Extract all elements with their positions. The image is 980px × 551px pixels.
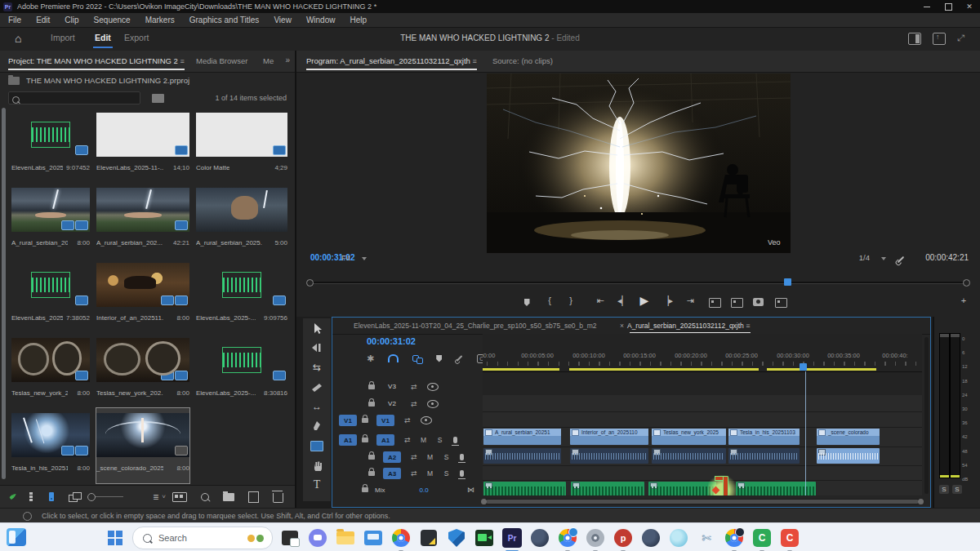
timeline-clip-area[interactable]: :00:00 00:00:05:00 00:00:10:00 00:00:15:… xyxy=(483,334,922,495)
tab-import[interactable]: Import xyxy=(51,33,75,42)
add-marker-icon[interactable] xyxy=(436,355,442,362)
timeline-horizontal-scrollbar[interactable] xyxy=(483,499,922,504)
timeline-settings-wrench-icon[interactable] xyxy=(457,355,463,362)
sync-lock-icon[interactable]: ⇄ xyxy=(411,383,417,391)
mark-in-icon[interactable]: { xyxy=(541,295,558,305)
timeline-clip-video[interactable]: _scene_colorado xyxy=(817,429,880,445)
track-v3[interactable] xyxy=(483,395,922,412)
delete-icon[interactable] xyxy=(273,493,283,503)
tab-project[interactable]: Project: THE MAN WHO HACKED LIGHTNING 2 … xyxy=(8,56,185,65)
program-video-frame[interactable]: Veo xyxy=(487,73,791,253)
timeline-clip-music[interactable] xyxy=(571,482,644,495)
sync-lock-icon[interactable]: ⇄ xyxy=(411,453,417,461)
bin-item[interactable]: Teslas_new_york_202...8:00 xyxy=(11,333,90,408)
panel-menu-icon[interactable]: ≡ xyxy=(746,322,750,330)
mute-button[interactable]: M xyxy=(427,453,434,461)
lock-icon[interactable] xyxy=(368,471,375,476)
lock-icon[interactable] xyxy=(362,418,368,423)
menu-graphics-titles[interactable]: Graphics and Titles xyxy=(189,16,260,24)
windows-security-icon[interactable] xyxy=(446,527,467,549)
bin-breadcrumb[interactable]: THE MAN WHO HACKED LIGHTNING 2.prproj xyxy=(0,72,295,89)
menu-help[interactable]: Help xyxy=(350,16,367,24)
filter-bin-icon[interactable] xyxy=(152,94,164,103)
tab-program[interactable]: Program: A_rural_serbian_202511032112_qx… xyxy=(306,56,477,65)
timeline-clip-video[interactable]: Teslas_new_york_2025 xyxy=(652,429,726,445)
task-view-icon[interactable] xyxy=(279,527,301,549)
go-to-out-icon[interactable]: ⇥ xyxy=(682,295,698,306)
new-bin-icon[interactable] xyxy=(223,493,234,501)
track-a2[interactable] xyxy=(483,466,922,481)
snap-magnet-icon[interactable] xyxy=(388,354,399,362)
mute-button[interactable]: M xyxy=(421,436,427,444)
timeline-clip-video[interactable]: Interior_of_an_2025110 xyxy=(570,429,648,445)
tab-edit[interactable]: Edit xyxy=(95,33,111,42)
track-a1[interactable] xyxy=(483,447,922,466)
bin-scrollbar[interactable] xyxy=(2,108,6,479)
tab-export[interactable]: Export xyxy=(124,33,149,42)
nested-sequence-icon[interactable]: ✱ xyxy=(367,353,374,364)
menu-sequence[interactable]: Sequence xyxy=(94,16,131,24)
red-p-app-icon[interactable]: p xyxy=(612,527,634,549)
sync-lock-icon[interactable]: ⇄ xyxy=(411,400,417,408)
tab-timeline-audio[interactable]: ElevenLabs_2025-11-03T20_04_25_Charlie_p… xyxy=(354,322,597,330)
solo-button[interactable]: S xyxy=(437,436,443,444)
rectangle-tool-active[interactable] xyxy=(303,436,331,455)
lock-icon[interactable] xyxy=(362,487,368,492)
blue-sphere-app-icon[interactable] xyxy=(668,527,689,549)
icon-view-icon[interactable] xyxy=(49,492,54,501)
track-select-forward-tool[interactable] xyxy=(303,338,331,358)
timeline-clip-audio[interactable] xyxy=(728,448,800,464)
dark-editor-app-icon[interactable] xyxy=(418,527,439,549)
automate-sequence-icon[interactable] xyxy=(172,492,187,502)
lock-icon[interactable] xyxy=(368,402,375,407)
track-target-a1[interactable]: A1 xyxy=(376,434,394,446)
timeline-vertical-scrollbar[interactable] xyxy=(924,337,929,494)
list-view-icon[interactable] xyxy=(29,492,34,501)
bin-item[interactable]: Color Matte4;29 xyxy=(196,108,287,183)
mix-value[interactable]: 0.0 xyxy=(419,487,428,494)
new-item-icon[interactable] xyxy=(248,491,259,503)
timeline-clip-audio-selected[interactable] xyxy=(817,448,880,464)
chrome-profile-icon[interactable] xyxy=(557,527,578,549)
panel-menu-icon[interactable]: ≡ xyxy=(180,57,184,65)
timeline-clip-audio[interactable] xyxy=(570,448,648,464)
track-v2[interactable] xyxy=(483,412,922,428)
solo-left-button[interactable]: S xyxy=(939,485,949,494)
track-v1[interactable]: A_rural_serbian_20251 Interior_of_an_202… xyxy=(483,428,922,447)
menu-file[interactable]: File xyxy=(8,16,21,24)
bin-item[interactable]: Tesla_in_his_2025110...8:00 xyxy=(11,408,90,483)
chrome-profile2-icon[interactable] xyxy=(724,527,745,549)
voiceover-record-icon[interactable] xyxy=(453,437,457,443)
lock-icon[interactable] xyxy=(368,455,375,460)
track-a3[interactable] xyxy=(483,481,922,495)
teams-chat-icon[interactable] xyxy=(307,527,328,549)
tab-media-browser[interactable]: Media Browser xyxy=(196,56,247,65)
bin-item[interactable]: Teslas_new_york_202...8:00 xyxy=(96,333,189,408)
toggle-track-output-icon[interactable] xyxy=(421,416,432,424)
source-patch-a1[interactable]: A1 xyxy=(339,434,357,446)
bin-item[interactable]: ElevenLabs_2025-...9:07452 xyxy=(11,108,90,183)
share-icon[interactable] xyxy=(933,33,946,45)
extract-icon[interactable] xyxy=(731,298,743,308)
mark-out-icon[interactable]: } xyxy=(563,295,579,305)
scrub-end-handle[interactable] xyxy=(963,279,970,287)
start-button[interactable] xyxy=(105,527,126,549)
timeline-clip-audio[interactable] xyxy=(652,448,726,464)
timeline-clip-video[interactable]: Tesla_in_his_20251103 xyxy=(728,429,800,445)
premiere-pro-icon-active[interactable]: Pr xyxy=(501,527,523,549)
minimize-button[interactable] xyxy=(916,0,938,13)
lock-icon[interactable] xyxy=(362,438,368,442)
freeform-view-icon[interactable] xyxy=(69,492,74,501)
maximize-button[interactable] xyxy=(938,0,959,13)
tab-timeline-sequence[interactable]: ×A_rural_serbian_202511032112_qxjth ≡ xyxy=(620,322,751,330)
workspace-icon[interactable] xyxy=(908,33,921,45)
hand-tool[interactable] xyxy=(303,455,331,475)
blue-app-icon[interactable] xyxy=(363,527,384,549)
export-frame-icon[interactable] xyxy=(753,298,764,306)
type-tool[interactable]: T xyxy=(303,475,331,495)
taskbar-search-input[interactable]: Search xyxy=(132,527,273,549)
solo-button[interactable]: S xyxy=(443,469,450,478)
source-patch-v1[interactable]: V1 xyxy=(339,415,357,426)
razor-tool[interactable] xyxy=(303,377,331,397)
zoom-level-dropdown[interactable]: Fit xyxy=(341,253,384,262)
